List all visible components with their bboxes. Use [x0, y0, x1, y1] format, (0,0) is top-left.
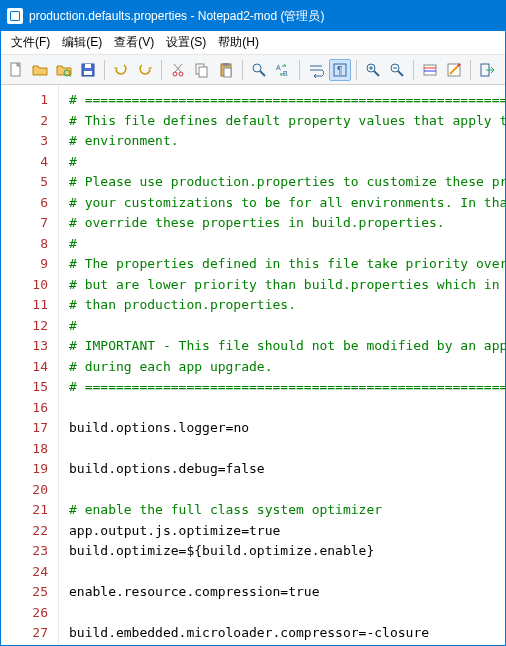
- line-number: 12: [1, 316, 48, 337]
- cut-icon[interactable]: [167, 59, 189, 81]
- code-line[interactable]: [69, 398, 505, 419]
- line-number: 24: [1, 562, 48, 583]
- undo-icon[interactable]: [110, 59, 132, 81]
- code-line[interactable]: # ======================================…: [69, 377, 505, 398]
- toolbar-separator: [470, 60, 471, 80]
- line-number: 4: [1, 152, 48, 173]
- svg-rect-11: [199, 67, 207, 77]
- menu-settings[interactable]: 设置(S): [160, 32, 212, 53]
- line-number: 25: [1, 582, 48, 603]
- line-number: 22: [1, 521, 48, 542]
- app-icon: [7, 8, 23, 24]
- code-line[interactable]: # than production.properties.: [69, 295, 505, 316]
- line-number: 26: [1, 603, 48, 624]
- svg-line-16: [260, 71, 265, 76]
- code-content[interactable]: # ======================================…: [59, 85, 505, 645]
- code-line[interactable]: # ======================================…: [69, 90, 505, 111]
- line-number: 11: [1, 295, 48, 316]
- line-number-gutter: 1234567891011121314151617181920212223242…: [1, 85, 59, 645]
- redo-icon[interactable]: [134, 59, 156, 81]
- svg-rect-4: [85, 64, 91, 68]
- line-number: 13: [1, 336, 48, 357]
- code-line[interactable]: # IMPORTANT - This file should not be mo…: [69, 336, 505, 357]
- customize-icon[interactable]: [443, 59, 465, 81]
- svg-rect-30: [424, 65, 436, 75]
- editor-area[interactable]: 1234567891011121314151617181920212223242…: [1, 85, 505, 645]
- copy-icon[interactable]: [191, 59, 213, 81]
- line-number: 7: [1, 213, 48, 234]
- zoom-in-icon[interactable]: [362, 59, 384, 81]
- toolbar: AB ¶: [1, 55, 505, 85]
- code-line[interactable]: # This file defines default property val…: [69, 111, 505, 132]
- code-line[interactable]: #: [69, 234, 505, 255]
- menubar: 文件(F) 编辑(E) 查看(V) 设置(S) 帮助(H): [1, 31, 505, 55]
- line-number: 18: [1, 439, 48, 460]
- svg-rect-14: [224, 68, 231, 77]
- svg-line-29: [398, 71, 403, 76]
- code-line[interactable]: [69, 480, 505, 501]
- svg-point-7: [179, 72, 183, 76]
- toolbar-separator: [299, 60, 300, 80]
- line-number: 1: [1, 90, 48, 111]
- menu-file[interactable]: 文件(F): [5, 32, 56, 53]
- line-number: 21: [1, 500, 48, 521]
- code-line[interactable]: enable.resource.compression=true: [69, 582, 505, 603]
- new-file-icon[interactable]: [5, 59, 27, 81]
- line-number: 23: [1, 541, 48, 562]
- svg-line-26: [374, 71, 379, 76]
- code-line[interactable]: #: [69, 316, 505, 337]
- line-number: 2: [1, 111, 48, 132]
- show-symbols-icon[interactable]: ¶: [329, 59, 351, 81]
- open-file-icon[interactable]: [29, 59, 51, 81]
- code-line[interactable]: build.options.debug=false: [69, 459, 505, 480]
- code-line[interactable]: app.output.js.optimize=true: [69, 521, 505, 542]
- scheme-icon[interactable]: [419, 59, 441, 81]
- code-line[interactable]: [69, 439, 505, 460]
- line-number: 10: [1, 275, 48, 296]
- code-line[interactable]: # but are lower priority than build.prop…: [69, 275, 505, 296]
- line-number: 6: [1, 193, 48, 214]
- line-number: 3: [1, 131, 48, 152]
- code-line[interactable]: # Please use production.properties to cu…: [69, 172, 505, 193]
- line-number: 8: [1, 234, 48, 255]
- svg-line-8: [175, 64, 182, 72]
- code-line[interactable]: # enable the full class system optimizer: [69, 500, 505, 521]
- titlebar: production.defaults.properties - Notepad…: [1, 1, 505, 31]
- find-icon[interactable]: [248, 59, 270, 81]
- line-number: 27: [1, 623, 48, 644]
- menu-edit[interactable]: 编辑(E): [56, 32, 108, 53]
- menu-help[interactable]: 帮助(H): [212, 32, 265, 53]
- svg-point-15: [253, 64, 261, 72]
- line-number: 9: [1, 254, 48, 275]
- code-line[interactable]: # your customizations to be for all envi…: [69, 193, 505, 214]
- code-line[interactable]: # during each app upgrade.: [69, 357, 505, 378]
- line-number: 17: [1, 418, 48, 439]
- code-line[interactable]: [69, 562, 505, 583]
- code-line[interactable]: # The properties defined in this file ta…: [69, 254, 505, 275]
- svg-line-9: [174, 64, 181, 72]
- paste-icon[interactable]: [215, 59, 237, 81]
- word-wrap-icon[interactable]: [305, 59, 327, 81]
- save-icon[interactable]: [77, 59, 99, 81]
- svg-point-6: [173, 72, 177, 76]
- code-line[interactable]: # environment.: [69, 131, 505, 152]
- code-line[interactable]: build.optimize=${build.optimize.enable}: [69, 541, 505, 562]
- code-line[interactable]: build.embedded.microloader.compressor=-c…: [69, 623, 505, 644]
- menu-view[interactable]: 查看(V): [108, 32, 160, 53]
- svg-rect-13: [223, 63, 229, 66]
- line-number: 15: [1, 377, 48, 398]
- code-line[interactable]: #: [69, 152, 505, 173]
- code-line[interactable]: # override these properties in build.pro…: [69, 213, 505, 234]
- zoom-out-icon[interactable]: [386, 59, 408, 81]
- toolbar-separator: [356, 60, 357, 80]
- code-line[interactable]: [69, 603, 505, 624]
- svg-rect-5: [84, 71, 92, 75]
- line-number: 14: [1, 357, 48, 378]
- line-number: 19: [1, 459, 48, 480]
- svg-text:A: A: [276, 64, 281, 71]
- exit-icon[interactable]: [476, 59, 498, 81]
- browse-icon[interactable]: [53, 59, 75, 81]
- toolbar-separator: [413, 60, 414, 80]
- replace-icon[interactable]: AB: [272, 59, 294, 81]
- code-line[interactable]: build.options.logger=no: [69, 418, 505, 439]
